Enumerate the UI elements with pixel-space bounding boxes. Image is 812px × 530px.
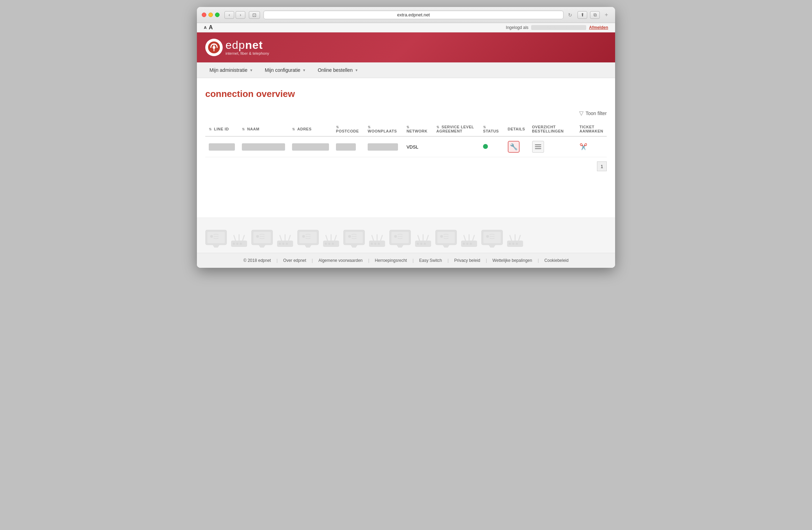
col-header-ticket: TICKETAANMAKEN xyxy=(576,122,607,136)
details-button[interactable]: 🔧 xyxy=(508,141,520,153)
router-icon-1 xyxy=(230,234,248,249)
blurred-line-id: ██████ xyxy=(209,143,235,151)
sidebar-toggle-button[interactable]: ⊡ xyxy=(249,11,260,19)
fullscreen-button[interactable] xyxy=(215,13,220,17)
overview-button[interactable] xyxy=(532,141,544,153)
col-header-adres[interactable]: ⇅ ADRES xyxy=(289,122,332,136)
footer-illustrations xyxy=(197,218,615,253)
tabs-button[interactable]: ⧉ xyxy=(590,11,600,19)
footer-link-over[interactable]: Over edpnet xyxy=(283,258,306,263)
refresh-button[interactable]: ↻ xyxy=(566,11,574,19)
connections-table: ⇅ LINE ID ⇅ NAAM ⇅ ADRES ⇅ xyxy=(205,122,607,157)
logout-link[interactable]: Afmelden xyxy=(589,25,608,30)
logo-text: edpnet internet, fiber & telephony xyxy=(225,39,269,55)
svg-rect-3 xyxy=(535,146,541,147)
page-number-1[interactable]: 1 xyxy=(597,161,607,171)
blurred-adres: ████████ xyxy=(292,143,329,151)
cell-details: 🔧 xyxy=(504,136,529,157)
logo-container[interactable]: edpnet internet, fiber & telephony xyxy=(205,39,269,56)
website-content: A A Ingelogd als user@example.com Afmeld… xyxy=(197,23,615,268)
col-header-overzicht: OVERZICHT BESTELLINGEN xyxy=(529,122,576,136)
svg-point-51 xyxy=(424,243,426,245)
footer-link-easy-switch[interactable]: Easy Switch xyxy=(419,258,442,263)
footer-link-herroeping[interactable]: Herroepingsrecht xyxy=(375,258,407,263)
col-header-line-id[interactable]: ⇅ LINE ID xyxy=(205,122,238,136)
svg-line-74 xyxy=(519,235,520,241)
svg-line-64 xyxy=(473,235,474,241)
main-content: connection overview ▽ Toon filter ⇅ LINE… xyxy=(197,78,615,218)
svg-point-10 xyxy=(236,243,238,245)
col-label-details: DETAILS xyxy=(508,127,525,131)
svg-rect-56 xyxy=(437,232,455,243)
svg-line-42 xyxy=(372,235,374,241)
col-header-naam[interactable]: ⇅ NAAM xyxy=(238,122,289,136)
svg-point-49 xyxy=(417,243,419,245)
toolbar-right: ⬆ ⧉ ＋ xyxy=(577,11,610,19)
col-label-adres: ADRES xyxy=(297,127,312,131)
minimize-button[interactable] xyxy=(208,13,213,17)
address-bar[interactable]: extra.edpnet.net xyxy=(263,10,564,19)
col-header-postcode[interactable]: ⇅ POSTCODE xyxy=(332,122,364,136)
cell-woonplaats: ██████ xyxy=(364,136,403,157)
sort-icon-network: ⇅ xyxy=(406,125,409,129)
new-tab-button[interactable]: ＋ xyxy=(603,11,610,19)
col-header-woonplaats[interactable]: ⇅ WOONPLAATS xyxy=(364,122,403,136)
table-row: ██████ ██████████ ████████ ████ ██████ xyxy=(205,136,607,157)
svg-line-14 xyxy=(243,235,244,241)
table-header-row: ⇅ LINE ID ⇅ NAAM ⇅ ADRES ⇅ xyxy=(205,122,607,136)
nav-item-configuratie[interactable]: Mijn configuratie ▼ xyxy=(259,62,312,78)
col-header-details: DETAILS xyxy=(504,122,529,136)
svg-rect-2 xyxy=(535,144,541,145)
svg-point-37 xyxy=(348,235,351,238)
svg-line-34 xyxy=(335,235,336,241)
sort-icon-naam: ⇅ xyxy=(242,127,245,131)
nav-item-bestellen[interactable]: Online bestellen ▼ xyxy=(312,62,364,78)
separator-1: | xyxy=(276,258,277,263)
cell-line-id: ██████ xyxy=(205,136,238,157)
svg-point-40 xyxy=(374,243,376,245)
router-icon-7 xyxy=(506,234,524,249)
back-button[interactable]: ‹ xyxy=(224,11,234,19)
router-icon-5 xyxy=(414,234,432,249)
status-dot-active xyxy=(483,144,488,149)
blurred-woonplaats: ██████ xyxy=(368,143,398,151)
footer-copyright: © 2018 edpnet xyxy=(244,258,271,263)
logo-name: edpnet xyxy=(225,39,269,51)
col-label-status: STATUS xyxy=(483,129,499,133)
col-label-woonplaats: WOONPLAATS xyxy=(368,129,397,133)
svg-line-32 xyxy=(326,235,328,241)
monitor-icon-6 xyxy=(434,228,458,249)
col-label-line-id: LINE ID xyxy=(214,127,229,131)
filter-label[interactable]: Toon filter xyxy=(585,111,607,116)
footer-link-privacy[interactable]: Privacy beleid xyxy=(454,258,480,263)
nav-buttons: ‹ › xyxy=(224,11,245,19)
col-header-network[interactable]: ⇅ NETWORK xyxy=(403,122,433,136)
footer-link-cookie[interactable]: Cookiebeleid xyxy=(544,258,568,263)
network-value: VDSL xyxy=(406,144,418,150)
title-bar: ‹ › ⊡ extra.edpnet.net ↻ ⬆ ⧉ ＋ xyxy=(197,7,615,23)
font-large-label[interactable]: A xyxy=(209,24,213,31)
footer-link-wettelijk[interactable]: Wettelijke bepalingen xyxy=(492,258,532,263)
col-header-status[interactable]: ⇅ STATUS xyxy=(480,122,504,136)
separator-2: | xyxy=(312,258,313,263)
cell-naam: ██████████ xyxy=(238,136,289,157)
forward-button[interactable]: › xyxy=(236,11,245,19)
sort-icon-woonplaats: ⇅ xyxy=(368,125,371,129)
blurred-postcode: ████ xyxy=(336,143,356,151)
url-text: extra.edpnet.net xyxy=(397,12,430,17)
svg-point-27 xyxy=(302,235,305,238)
footer-link-voorwaarden[interactable]: Algemene voorwaarden xyxy=(319,258,363,263)
share-button[interactable]: ⬆ xyxy=(577,11,587,19)
nav-item-administratie[interactable]: Mijn administratie ▼ xyxy=(204,62,259,78)
monitor-icon-4 xyxy=(342,228,366,249)
monitor-icon-7 xyxy=(480,228,504,249)
close-button[interactable] xyxy=(202,13,206,17)
ticket-button[interactable]: ✂️ xyxy=(580,143,587,150)
font-size-controls: A A xyxy=(204,24,213,31)
col-label-network: NETWORK xyxy=(406,129,427,133)
logged-in-label: Ingelogd als xyxy=(506,25,529,30)
font-small-label[interactable]: A xyxy=(204,25,207,30)
nav-label-configuratie: Mijn configuratie xyxy=(265,67,300,73)
router-icon-4 xyxy=(368,234,386,249)
col-header-sla[interactable]: ⇅ SERVICE LEVEL AGREEMENT xyxy=(433,122,480,136)
